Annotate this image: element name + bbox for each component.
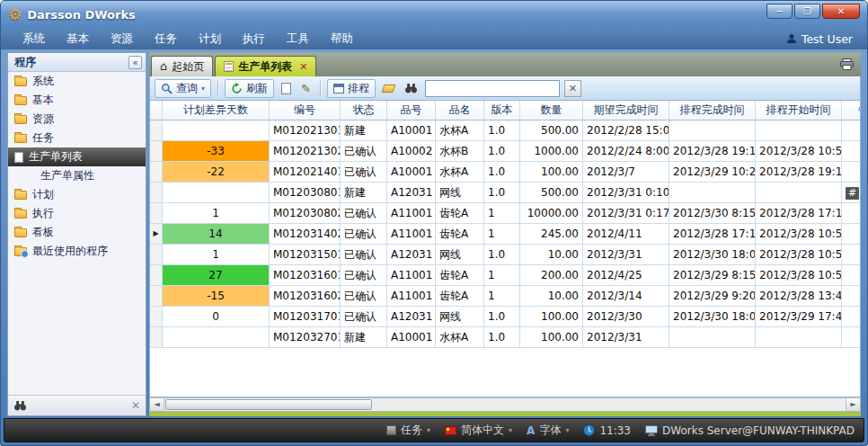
pencil-icon: ✎ — [301, 83, 311, 94]
font-icon: A — [527, 424, 535, 437]
table-row[interactable]: M012032701新建A10001水杯A1.0100.002012/3/31 — [150, 327, 860, 348]
menu-item[interactable]: 执行 — [232, 29, 276, 49]
tab-label: 生产单列表 — [238, 59, 292, 75]
status-task-menu[interactable]: 任务 ▾ — [386, 423, 430, 438]
sidebar-title: 程序 — [14, 55, 36, 70]
server-label: DWorks Server@FUNWAY-THINKPAD — [662, 424, 855, 437]
column-header[interactable]: 排程完成时间 — [669, 101, 756, 120]
column-header[interactable]: 期望完成时间 — [583, 101, 669, 120]
cell: 已确认 — [341, 286, 387, 307]
menu-item[interactable]: 计划 — [188, 29, 232, 49]
clock-icon — [583, 424, 595, 436]
unschedule-button[interactable] — [380, 79, 397, 98]
cell: 齿轮A — [436, 286, 484, 307]
cell: 100.00 — [520, 327, 583, 348]
sidebar-item[interactable]: 生产单属性 — [8, 166, 146, 185]
sidebar-item-label: 基本 — [32, 93, 54, 108]
column-header[interactable]: 数量 — [520, 101, 583, 120]
table-row[interactable]: -15M012031602已确认A11001齿轮A110.002012/3/14… — [150, 286, 860, 307]
sidebar-item[interactable]: 资源 — [8, 110, 146, 129]
cell: 1.0 — [484, 162, 520, 183]
cell: A10002 — [387, 141, 436, 162]
schedule-button[interactable]: 排程 — [327, 79, 376, 98]
table-row[interactable]: M012030801新建A12031网线1.0500.002012/3/31 0… — [150, 183, 860, 203]
sidebar-item-label: 资源 — [32, 112, 54, 127]
tab[interactable]: 起始页 — [151, 56, 213, 76]
status-font-menu[interactable]: A 字体 ▾ — [527, 423, 569, 438]
close-button[interactable]: ✕ — [822, 4, 860, 19]
toolbar-search-input[interactable] — [425, 80, 560, 97]
table-row[interactable]: 1M012030802已确认A11001齿轮A110000.002012/3/3… — [150, 203, 860, 224]
printer-icon[interactable] — [838, 58, 855, 73]
minimize-button[interactable]: ─ — [766, 4, 793, 19]
sidebar-item[interactable]: 生产单列表 — [8, 147, 146, 166]
sidebar-item[interactable]: 任务 — [8, 129, 146, 147]
tab-active[interactable]: 生产单列表✕ — [215, 56, 316, 76]
cell: 2012/3/31 0:17 — [583, 203, 669, 224]
column-header[interactable]: 备注 — [842, 101, 861, 120]
table-row[interactable]: -22M012021401已确认A10001水杯A1.0100.002012/3… — [150, 162, 860, 183]
find-button[interactable] — [402, 79, 421, 98]
cell: 10.00 — [520, 245, 583, 265]
menu-item[interactable]: 帮助 — [320, 29, 364, 49]
task-label: 任务 — [401, 423, 422, 438]
column-header[interactable]: 计划差异天数 — [163, 101, 270, 120]
sidebar-item[interactable]: 计划 — [8, 185, 146, 204]
sidebar-clear-icon[interactable]: ✕ — [131, 399, 140, 412]
menu-item[interactable]: 基本 — [56, 29, 100, 49]
new-button[interactable] — [279, 79, 294, 98]
binoculars-icon[interactable] — [13, 400, 27, 411]
cell — [669, 120, 756, 141]
table-row[interactable]: 27M012031601已确认A11001齿轮A1200.002012/4/25… — [150, 265, 860, 286]
query-label: 查询 — [176, 81, 198, 96]
cell: 2012/3/28 19:10 — [756, 162, 842, 183]
menu-item[interactable]: 资源 — [100, 29, 144, 49]
horizontal-scrollbar[interactable]: ◄ ► — [149, 397, 861, 412]
status-time: 11:33 — [599, 424, 631, 437]
table-row[interactable]: M012021301新建A10001水杯A1.0500.002012/2/28 … — [150, 120, 860, 141]
cell — [842, 162, 861, 183]
query-button[interactable]: 查询 ▾ — [155, 79, 211, 98]
sidebar-item[interactable]: 系统 — [8, 72, 146, 91]
status-language-menu[interactable]: 简体中文 ▾ — [445, 423, 512, 438]
maximize-button[interactable]: ❐ — [794, 4, 820, 19]
cell: 1.0 — [484, 183, 520, 203]
sidebar-item-label: 生产单属性 — [40, 168, 94, 183]
column-header[interactable]: 品名 — [436, 101, 484, 120]
folder-icon — [14, 191, 27, 200]
table-row[interactable]: 0M012031701已确认A12031网线1.0100.002012/3/30… — [150, 307, 860, 327]
menu-item[interactable]: 系统 — [12, 29, 56, 49]
sidebar-header: 程序 « — [8, 53, 146, 72]
table-row[interactable]: -33M012021302已确认A10002水杯B1.01000.002012/… — [150, 141, 860, 162]
doc-icon — [14, 152, 23, 163]
table-row[interactable]: ▶14M012031402已确认A11001齿轮A1245.002012/4/1… — [150, 224, 860, 245]
menu-item[interactable]: 工具 — [276, 29, 320, 49]
sidebar-collapse-button[interactable]: « — [128, 56, 142, 69]
font-label: 字体 — [539, 423, 561, 438]
cell: -15 — [163, 286, 270, 307]
scrollbar-thumb[interactable] — [165, 399, 372, 410]
sidebar-item[interactable]: 基本 — [8, 91, 146, 110]
table-row[interactable]: 1M012031501已确认A12031网线1.010.002012/3/312… — [150, 245, 860, 265]
column-header[interactable]: 状态 — [341, 101, 387, 120]
scroll-right-arrow[interactable]: ► — [846, 398, 860, 411]
edit-button[interactable]: ✎ — [298, 79, 314, 98]
cell: 新建 — [341, 183, 387, 203]
clear-search-button[interactable]: ✕ — [564, 80, 581, 97]
sidebar-item[interactable]: 执行 — [8, 204, 146, 223]
menu-item[interactable]: 任务 — [144, 29, 188, 49]
schedule-icon — [333, 84, 344, 94]
column-header[interactable]: 编号 — [270, 101, 341, 120]
column-header[interactable]: 排程开始时间 — [756, 101, 842, 120]
refresh-button[interactable]: 刷新 — [225, 79, 274, 98]
sidebar-item[interactable]: 最近使用的程序 — [8, 242, 146, 261]
scroll-left-arrow[interactable]: ◄ — [150, 398, 164, 411]
cell: 2012/3/31 — [583, 245, 669, 265]
cell — [842, 327, 861, 348]
user-info[interactable]: Test User — [786, 32, 856, 46]
cell: 已确认 — [341, 141, 387, 162]
column-header[interactable]: 版本 — [484, 101, 520, 120]
tab-close-icon[interactable]: ✕ — [299, 61, 307, 73]
column-header[interactable]: 品号 — [387, 101, 436, 120]
sidebar-item[interactable]: 看板 — [8, 223, 146, 242]
